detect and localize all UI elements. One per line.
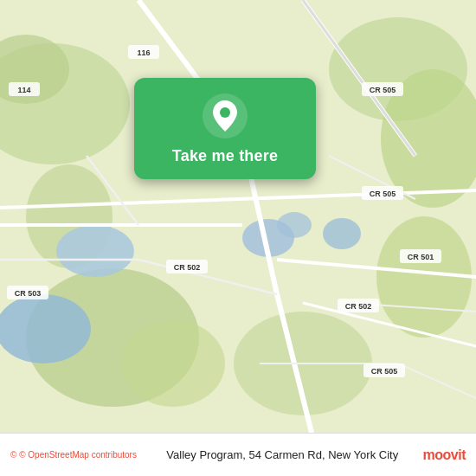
info-bar: © © OpenStreetMap contributors Valley Pr… (0, 433, 476, 476)
place-name: Valley Program, 54 Carmen Rd, New York C… (142, 448, 423, 461)
svg-text:CR 505: CR 505 (370, 190, 396, 198)
map-container: CR 505 CR 505 CR 502 CR 502 CR 503 CR 50… (0, 0, 476, 433)
svg-point-51 (220, 107, 230, 118)
moovit-logo: moovit (423, 447, 466, 463)
location-pin-icon (203, 93, 248, 138)
svg-text:CR 505: CR 505 (371, 367, 398, 376)
svg-text:116: 116 (137, 48, 150, 57)
svg-text:CR 505: CR 505 (370, 86, 396, 94)
svg-text:CR 502: CR 502 (345, 302, 372, 311)
svg-point-13 (277, 212, 312, 238)
svg-point-11 (0, 294, 91, 363)
cta-card: Take me there (134, 78, 316, 179)
svg-text:CR 503: CR 503 (15, 289, 42, 298)
svg-text:114: 114 (17, 86, 30, 94)
svg-text:CR 501: CR 501 (408, 253, 434, 261)
svg-point-14 (323, 218, 361, 249)
svg-text:CR 502: CR 502 (174, 263, 201, 272)
svg-point-10 (56, 225, 134, 277)
osm-attribution: © © OpenStreetMap contributors (10, 450, 137, 460)
take-me-there-button[interactable]: Take me there (172, 147, 278, 165)
svg-point-9 (121, 320, 225, 407)
